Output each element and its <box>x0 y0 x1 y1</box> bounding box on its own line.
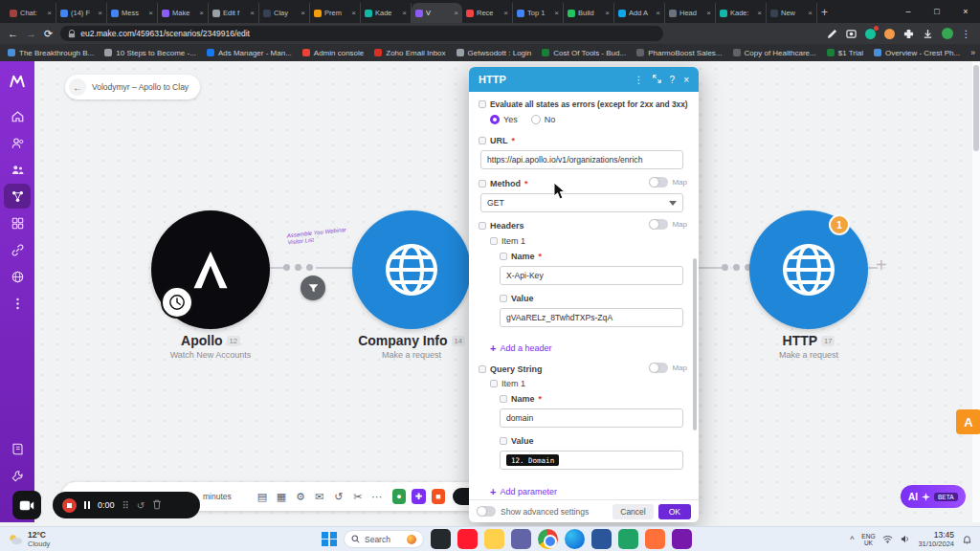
browser-scrollbar[interactable] <box>972 61 980 522</box>
taskbar-app-teams-icon[interactable] <box>511 529 531 549</box>
panel-close-icon[interactable]: × <box>683 75 689 85</box>
bookmark-item[interactable]: Ads Manager - Man... <box>207 49 292 57</box>
tab-close-icon[interactable]: × <box>402 9 407 17</box>
recorder-drag-handle[interactable]: ⠿ <box>122 500 129 511</box>
bookmark-item[interactable]: The Breakthrough B... <box>8 49 94 57</box>
sidebar-users-icon[interactable] <box>4 130 31 155</box>
ok-button[interactable]: OK <box>658 504 691 519</box>
extension-icon[interactable] <box>883 28 896 40</box>
notes-icon[interactable]: ▤ <box>253 491 272 503</box>
taskbar-search[interactable]: Search <box>344 530 424 548</box>
bookmark-item[interactable]: 10 Steps to Become -... <box>104 49 196 57</box>
browser-menu-kebab-icon[interactable]: ⋮ <box>960 28 972 40</box>
map-toggle[interactable] <box>649 177 668 187</box>
filter-funnel-icon[interactable] <box>301 276 325 300</box>
ai-assistant-button[interactable]: AI BETA <box>901 485 966 508</box>
browser-tab[interactable]: Chat:× <box>6 3 56 23</box>
settings-gear-icon[interactable]: ⚙ <box>291 491 310 503</box>
language-indicator[interactable]: ENG UK <box>861 533 875 546</box>
field-collapse-icon[interactable] <box>490 237 498 245</box>
bookmark-item[interactable]: PharmoBoost Sales... <box>636 49 722 57</box>
bookmark-item[interactable]: Getwsodott : Login <box>457 49 532 57</box>
panel-expand-icon[interactable] <box>653 75 661 85</box>
taskbar-app-sheets-icon[interactable] <box>618 529 638 549</box>
tab-close-icon[interactable]: × <box>706 9 711 17</box>
field-collapse-icon[interactable] <box>500 395 507 403</box>
grid-icon[interactable]: ▦ <box>272 491 291 503</box>
panel-help-icon[interactable]: ? <box>670 75 676 85</box>
browser-tab[interactable]: Prem× <box>310 3 361 23</box>
map-toggle[interactable] <box>649 219 668 230</box>
taskbar-app-icon[interactable] <box>672 529 692 549</box>
favorite-app-green[interactable]: ● <box>392 489 407 504</box>
header-value-input[interactable]: gVAaRELz_8TwhdTXPs-ZqA <box>500 308 683 327</box>
add-parameter-link[interactable]: +Add parameter <box>490 486 557 497</box>
back-icon[interactable]: ← <box>8 28 18 39</box>
query-name-input[interactable]: domain <box>500 408 683 428</box>
bookmark-item[interactable]: Overview - Crest Ph... <box>874 49 960 57</box>
taskbar-app-firefox-icon[interactable] <box>645 529 665 549</box>
field-collapse-icon[interactable] <box>479 222 486 230</box>
field-collapse-icon[interactable] <box>479 365 486 373</box>
tab-close-icon[interactable]: × <box>554 9 559 17</box>
tab-close-icon[interactable]: × <box>47 9 52 17</box>
notification-bell-icon[interactable] <box>962 534 972 544</box>
bookmark-item[interactable]: Copy of Healthcare... <box>733 49 816 57</box>
tab-close-icon[interactable]: × <box>656 9 660 17</box>
sidebar-web-icon[interactable] <box>4 264 31 289</box>
field-collapse-icon[interactable] <box>479 137 486 144</box>
browser-tab[interactable]: (14) F× <box>56 3 107 23</box>
bookmark-item[interactable]: Zoho Email Inbox <box>374 49 445 57</box>
taskbar-app-icon[interactable] <box>431 529 451 549</box>
window-maximize-button[interactable]: □ <box>923 0 951 23</box>
chat-icon[interactable]: ✉ <box>310 491 329 503</box>
forward-icon[interactable]: → <box>26 28 36 39</box>
field-collapse-icon[interactable] <box>479 100 486 108</box>
tab-close-icon[interactable]: × <box>757 9 762 17</box>
header-name-input[interactable]: X-Api-Key <box>500 266 683 285</box>
browser-tab[interactable]: New× <box>767 3 817 23</box>
taskbar-app-folder-icon[interactable] <box>484 529 504 549</box>
annotation-pencil-icon[interactable] <box>826 28 838 40</box>
tab-close-icon[interactable]: × <box>808 9 813 17</box>
browser-tab[interactable]: Build× <box>564 3 614 23</box>
tab-close-icon[interactable]: × <box>148 9 153 17</box>
recorder-restart-icon[interactable]: ↺ <box>137 500 145 511</box>
field-collapse-icon[interactable] <box>500 295 507 302</box>
recorder-pause-button[interactable] <box>84 501 90 509</box>
map-toggle[interactable] <box>649 363 668 373</box>
taskbar-app-chrome-icon[interactable] <box>538 529 558 549</box>
more-options-icon[interactable]: ⋯ <box>368 491 387 503</box>
window-close-button[interactable]: × <box>951 0 980 23</box>
make-logo[interactable] <box>4 69 31 94</box>
browser-tab[interactable]: Head× <box>665 3 716 23</box>
tab-close-icon[interactable]: × <box>503 9 508 17</box>
sidebar-more-kebab-icon[interactable] <box>4 291 31 316</box>
radio-no[interactable] <box>531 115 541 124</box>
schedule-clock-icon[interactable] <box>161 286 193 319</box>
browser-tab[interactable]: Kade:× <box>716 3 767 23</box>
grammarly-icon[interactable] <box>864 28 877 40</box>
browser-tab[interactable]: Clay× <box>259 3 310 23</box>
tab-close-icon[interactable]: × <box>98 9 102 17</box>
tools-icon[interactable]: ✂ <box>348 491 368 503</box>
scenario-back-pill[interactable]: ← Volodymyr – Apollo to Clay <box>65 75 200 99</box>
mapped-variable-chip[interactable]: 12. Domain <box>506 454 559 466</box>
tab-close-icon[interactable]: × <box>250 9 255 17</box>
field-collapse-icon[interactable] <box>490 380 498 387</box>
weather-widget[interactable]: 12°C Cloudy <box>8 531 50 548</box>
volume-icon[interactable] <box>901 535 910 543</box>
recorder-stop-button[interactable] <box>62 498 77 513</box>
url-value-input[interactable]: https://api.apollo.io/v1/organizations/e… <box>480 150 683 169</box>
favorite-app-purple[interactable]: ✚ <box>412 489 426 504</box>
tab-close-icon[interactable]: × <box>454 9 458 17</box>
browser-tab[interactable]: Rece× <box>462 3 513 23</box>
sidebar-scenarios-icon[interactable] <box>4 184 31 209</box>
profile-avatar[interactable] <box>941 28 953 40</box>
add-module-button[interactable]: + <box>876 254 887 276</box>
new-tab-button[interactable]: + <box>821 6 828 19</box>
window-minimize-button[interactable]: – <box>894 0 923 23</box>
url-input[interactable]: eu2.make.com/459631/scenarios/2349916/ed… <box>60 26 663 41</box>
tab-close-icon[interactable]: × <box>605 9 610 17</box>
undo-icon[interactable]: ↺ <box>329 491 348 503</box>
